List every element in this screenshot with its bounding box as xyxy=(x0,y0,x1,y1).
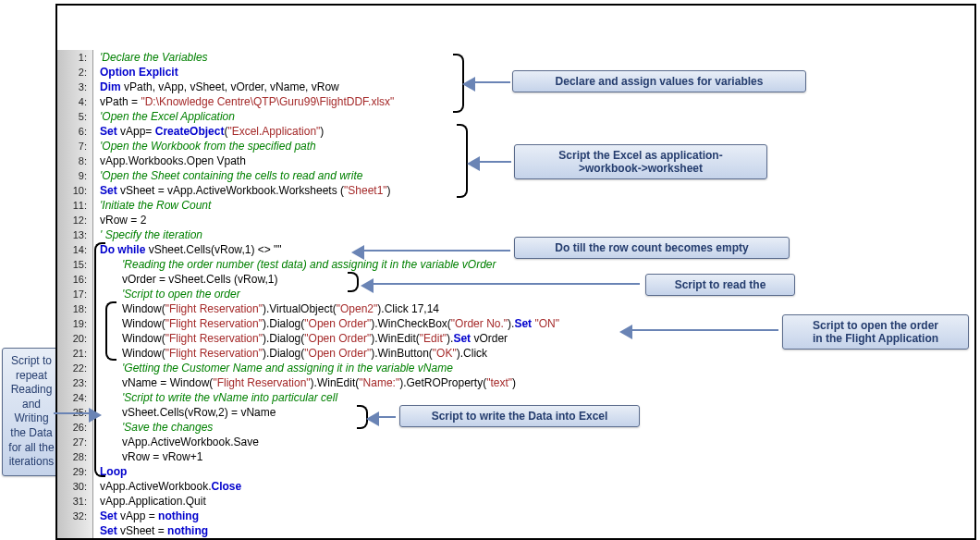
line-number: 23: xyxy=(57,375,92,390)
line-number: 17: xyxy=(57,287,92,301)
line-number-gutter: 1:2:3:4:5:6:7:8:9:10:11:12:13:14:15:16:1… xyxy=(57,50,93,538)
line-number: 7: xyxy=(57,139,92,153)
line-number: 5: xyxy=(57,109,92,124)
line-number: 31: xyxy=(57,494,92,509)
brace-read xyxy=(348,272,359,292)
line-number: 14: xyxy=(57,242,92,257)
line-number: 1: xyxy=(57,50,92,65)
line-number xyxy=(57,523,92,538)
brace-open-order xyxy=(105,301,116,361)
callout-declare: Declare and assign values for variables xyxy=(512,70,806,92)
code-line: vApp.Application.Quit xyxy=(92,494,974,509)
line-number: 18: xyxy=(57,301,92,316)
code-line: 'Reading the order number (test data) an… xyxy=(92,257,974,272)
code-line: vName = Window("Flight Reservation").Win… xyxy=(92,375,974,390)
callout-rowempty: Do till the row count becomes empty xyxy=(514,237,790,259)
line-number: 11: xyxy=(57,198,92,213)
line-number: 15: xyxy=(57,257,92,272)
line-number: 28: xyxy=(57,449,92,464)
arrow-declare xyxy=(473,81,510,83)
code-line: 'Declare the Variables xyxy=(92,50,974,65)
arrow-repeat xyxy=(54,412,91,414)
code-line: Set vApp = nothing xyxy=(92,509,974,523)
line-number: 32: xyxy=(57,509,92,523)
line-number: 30: xyxy=(57,479,92,494)
line-number: 19: xyxy=(57,316,92,331)
line-number: 26: xyxy=(57,420,92,435)
code-line: 'Initiate the Row Count xyxy=(92,198,974,213)
code-line: Loop xyxy=(92,464,974,479)
code-line: vApp.ActiveWorkbook.Close xyxy=(92,479,974,494)
line-number: 2: xyxy=(57,65,92,80)
callout-excel: Script the Excel as application- >workbo… xyxy=(514,144,767,179)
line-number: 29: xyxy=(57,464,92,479)
code-line: 'Open the Excel Application xyxy=(92,109,974,124)
line-number: 12: xyxy=(57,213,92,227)
code-line: vRow = vRow+1 xyxy=(92,449,974,464)
code-line: vRow = 2 xyxy=(92,213,974,227)
callout-write: Script to write the Data into Excel xyxy=(399,405,640,427)
line-number: 24: xyxy=(57,390,92,405)
code-line: Set vSheet = nothing xyxy=(92,523,974,538)
callout-read: Script to read the xyxy=(645,274,795,296)
code-area: 'Declare the VariablesOption ExplicitDim… xyxy=(92,50,974,538)
arrow-excel xyxy=(478,161,511,163)
line-number: 8: xyxy=(57,153,92,168)
line-number: 10: xyxy=(57,183,92,198)
code-line: Set vSheet = vApp.ActiveWorkbook.Workshe… xyxy=(92,183,974,198)
callout-repeat-box: Script to repeat Reading and Writing the… xyxy=(2,348,61,476)
code-line: 'Getting the Customer Name and assigning… xyxy=(92,361,974,375)
line-number: 22: xyxy=(57,361,92,375)
line-number: 21: xyxy=(57,346,92,361)
code-line: vApp.ActiveWorkbook.Save xyxy=(92,435,974,449)
arrow-open xyxy=(631,329,778,331)
code-line: 'Script to write the vName into particul… xyxy=(92,390,974,405)
code-line: Set vApp= CreateObject("Excel.Applicatio… xyxy=(92,124,974,139)
arrow-write xyxy=(377,416,396,418)
page-border: 1:2:3:4:5:6:7:8:9:10:11:12:13:14:15:16:1… xyxy=(55,4,976,540)
arrow-rowempty xyxy=(362,250,510,252)
line-number: 20: xyxy=(57,331,92,346)
line-number: 3: xyxy=(57,80,92,94)
line-number: 16: xyxy=(57,272,92,287)
brace-loop xyxy=(94,242,105,477)
line-number: 27: xyxy=(57,435,92,449)
line-number: 6: xyxy=(57,124,92,139)
code-line: 'Script to open the order xyxy=(92,287,974,301)
line-number: 13: xyxy=(57,227,92,242)
callout-open-order: Script to open the order in the Flight A… xyxy=(782,314,969,350)
line-number: 4: xyxy=(57,94,92,109)
arrow-read xyxy=(372,283,640,285)
code-line: vPath = "D:\Knowledge Centre\QTP\Guru99\… xyxy=(92,94,974,109)
line-number: 9: xyxy=(57,168,92,183)
